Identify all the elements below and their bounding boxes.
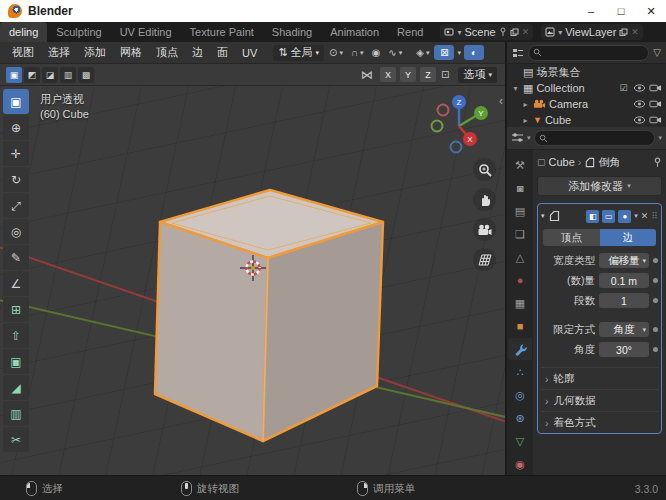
gizmo-toggle[interactable]: ◈▾ xyxy=(413,47,432,58)
tab-constraints[interactable]: ⊛ xyxy=(508,407,532,429)
outliner-search-input[interactable] xyxy=(528,45,649,61)
proportional-editing-toggle[interactable]: ◉ xyxy=(369,47,384,58)
tab-view-layer[interactable]: ❏ xyxy=(508,223,532,245)
workspace-tab-uv-editing[interactable]: UV Editing xyxy=(111,22,181,42)
pin-icon[interactable] xyxy=(499,27,507,37)
affect-edges-button[interactable]: 边 xyxy=(600,229,657,246)
workspace-tab-texture-paint[interactable]: Texture Paint xyxy=(181,22,263,42)
scene-selector[interactable]: ▾ Scene ✕ xyxy=(440,24,533,40)
tool-loop-cut[interactable]: ▥ xyxy=(3,401,29,426)
modifier-extras-dropdown-icon[interactable]: ▾ xyxy=(634,212,638,220)
disable-render-camera-icon[interactable] xyxy=(649,83,662,93)
outliner-row-scene-collection[interactable]: ▤ 场景集合 xyxy=(507,64,666,80)
hide-eye-icon[interactable] xyxy=(633,99,646,109)
amount-field[interactable]: 0.1 m xyxy=(599,273,649,288)
panel-expand-icon[interactable]: ▾ xyxy=(541,212,545,220)
menu-add[interactable]: 添加 xyxy=(78,45,112,60)
workspace-tab-animation[interactable]: Animation xyxy=(321,22,388,42)
filter-icon[interactable]: ▽ xyxy=(653,47,661,58)
menu-view[interactable]: 视图 xyxy=(6,45,40,60)
outliner-row-cube[interactable]: ▸ ▼ Cube xyxy=(507,112,666,127)
close-button[interactable]: ✕ xyxy=(636,0,666,22)
width-type-dropdown[interactable]: 偏移量▾ xyxy=(599,253,649,268)
tab-world[interactable]: ● xyxy=(508,269,532,291)
snap-magnet-toggle[interactable]: ∩▾ xyxy=(348,47,367,58)
new-viewlayer-icon[interactable] xyxy=(619,28,628,37)
mirror-x-button[interactable]: X xyxy=(380,67,396,82)
tab-output[interactable]: ▤ xyxy=(508,200,532,222)
tool-extrude-region[interactable]: ⇧ xyxy=(3,323,29,348)
menu-face[interactable]: 面 xyxy=(211,45,234,60)
xray-dropdown[interactable]: ▾ xyxy=(456,49,462,57)
tab-material[interactable]: ◉ xyxy=(508,453,532,475)
limit-method-dropdown[interactable]: 角度▾ xyxy=(599,322,649,337)
tab-scene[interactable]: △ xyxy=(508,246,532,268)
outliner-row-camera[interactable]: ▸ Camera xyxy=(507,96,666,112)
disable-render-camera-icon[interactable] xyxy=(649,115,662,125)
section-profile[interactable]: ›轮廓 xyxy=(541,367,658,389)
navigation-gizmo[interactable]: Z Y X xyxy=(427,92,491,156)
viewlayer-selector[interactable]: ▾ ViewLayer ✕ xyxy=(541,24,643,40)
delete-viewlayer-icon[interactable]: ✕ xyxy=(631,27,639,37)
tab-modifiers[interactable] xyxy=(508,338,532,360)
3d-viewport[interactable]: ▣ ⊕ ✛ ↻ ⤢ ◎ ✎ ∠ ⊞ ⇧ ▣ ◢ ▥ ✂ 用户透视 (60) Cu… xyxy=(0,86,505,475)
tool-knife[interactable]: ✂ xyxy=(3,427,29,452)
section-geometry[interactable]: ›几何数据 xyxy=(541,389,658,411)
tab-particles[interactable]: ∴ xyxy=(508,361,532,383)
pivot-point-dropdown[interactable]: ⊙▾ xyxy=(326,47,346,58)
animate-dot[interactable] xyxy=(653,258,658,263)
camera-view-icon[interactable] xyxy=(473,218,496,241)
collection-checkbox-icon[interactable]: ☑ xyxy=(617,83,630,93)
tab-collection[interactable]: ▦ xyxy=(508,292,532,314)
display-editmode-toggle[interactable]: ◧ xyxy=(586,210,599,223)
hide-eye-icon[interactable] xyxy=(633,115,646,125)
animate-dot[interactable] xyxy=(653,298,658,303)
properties-search-input[interactable] xyxy=(534,130,656,146)
tab-object[interactable]: ■ xyxy=(508,315,532,337)
segments-field[interactable]: 1 xyxy=(599,293,649,308)
tool-rotate[interactable]: ↻ xyxy=(3,167,29,192)
animate-dot[interactable] xyxy=(653,347,658,352)
select-mode-edge[interactable]: ◩ xyxy=(24,67,40,83)
hide-eye-icon[interactable] xyxy=(633,83,646,93)
menu-uv[interactable]: UV xyxy=(236,47,263,59)
workspace-tab-sculpting[interactable]: Sculpting xyxy=(47,22,110,42)
workspace-tab-shading[interactable]: Shading xyxy=(263,22,321,42)
tool-measure[interactable]: ∠ xyxy=(3,271,29,296)
mirror-y-button[interactable]: Y xyxy=(400,67,416,82)
menu-vertex[interactable]: 顶点 xyxy=(150,45,184,60)
tool-add-cube[interactable]: ⊞ xyxy=(3,297,29,322)
tool-bevel[interactable]: ◢ xyxy=(3,375,29,400)
tool-select-box[interactable]: ▣ xyxy=(3,89,29,114)
animate-dot[interactable] xyxy=(653,278,658,283)
workspace-tab-rendering[interactable]: Rend xyxy=(388,22,432,42)
display-render-toggle[interactable]: ● xyxy=(618,210,631,223)
tool-inset-faces[interactable]: ▣ xyxy=(3,349,29,374)
transform-orientation-dropdown[interactable]: ⇅ 全局 ▾ xyxy=(273,45,324,61)
tool-annotate[interactable]: ✎ xyxy=(3,245,29,270)
drag-handle-icon[interactable]: ⠿ xyxy=(651,211,658,221)
editor-type-properties-icon[interactable] xyxy=(511,132,524,144)
display-realtime-toggle[interactable]: ▭ xyxy=(602,210,615,223)
tool-scale[interactable]: ⤢ xyxy=(3,193,29,218)
select-mode-face[interactable]: ◪ xyxy=(42,67,58,83)
new-scene-icon[interactable] xyxy=(510,28,519,37)
editor-type-outliner-icon[interactable] xyxy=(512,47,524,59)
tab-physics[interactable]: ◎ xyxy=(508,384,532,406)
delete-scene-icon[interactable]: ✕ xyxy=(522,27,530,37)
select-mode-vertex[interactable]: ▣ xyxy=(6,67,22,83)
add-modifier-button[interactable]: 添加修改器 ▾ xyxy=(537,176,662,196)
angle-field[interactable]: 30° xyxy=(599,342,649,357)
tree-collapsed-icon[interactable]: ▸ xyxy=(521,100,530,109)
mirror-z-button[interactable]: Z xyxy=(420,67,436,82)
tab-render[interactable]: ◙ xyxy=(508,177,532,199)
tool-move[interactable]: ✛ xyxy=(3,141,29,166)
menu-select[interactable]: 选择 xyxy=(42,45,76,60)
xray-toggle[interactable]: ⊠ xyxy=(434,45,454,60)
falloff-dropdown[interactable]: ∿▾ xyxy=(385,47,405,58)
pin-icon[interactable] xyxy=(653,157,662,168)
animate-dot[interactable] xyxy=(653,327,658,332)
sidebar-collapse-icon[interactable]: ‹ xyxy=(499,94,503,108)
menu-edge[interactable]: 边 xyxy=(186,45,209,60)
breadcrumb-object[interactable]: Cube xyxy=(549,156,575,168)
